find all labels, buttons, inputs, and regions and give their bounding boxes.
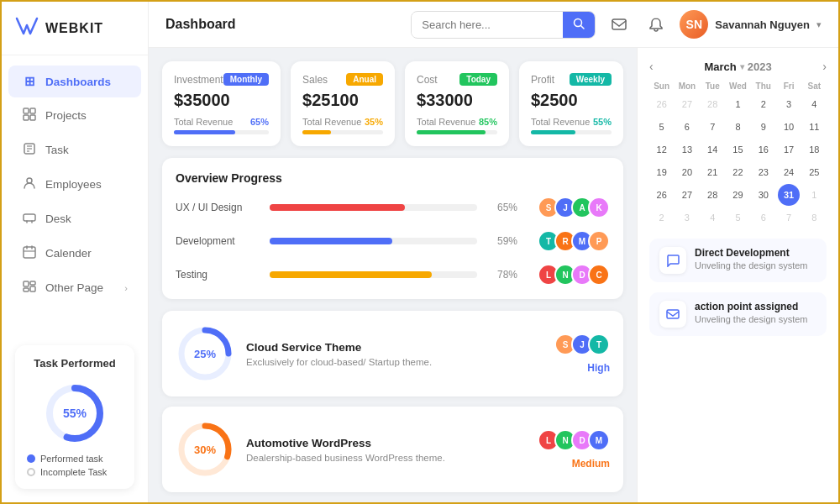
notif-card-direct: Direct Development Unveling the design s… (649, 239, 827, 282)
calendar: ‹ March ▾ 2023 › Sun Mon Tue Wed Thu Fri… (649, 60, 827, 228)
cal-day[interactable]: 10 (778, 116, 800, 138)
cal-day[interactable]: 1 (803, 184, 825, 206)
sidebar-bottom: Task Performed 55% Performed task Incomp… (2, 337, 148, 502)
cal-day[interactable]: 14 (701, 139, 723, 160)
search-button[interactable] (563, 12, 595, 38)
auto-donut: 30% (176, 420, 234, 479)
cal-day[interactable]: 4 (701, 207, 723, 228)
notif-mail-icon (659, 301, 686, 328)
cal-day[interactable]: 3 (778, 93, 800, 115)
cal-day[interactable]: 28 (701, 93, 723, 115)
cal-day[interactable]: 27 (676, 93, 698, 115)
cal-day[interactable]: 5 (727, 207, 748, 228)
projects-icon (22, 108, 37, 123)
sidebar-logo: WEBKIT (2, 2, 148, 55)
cal-day[interactable]: 24 (778, 161, 800, 183)
cal-day[interactable]: 21 (701, 161, 723, 183)
mail-icon[interactable] (606, 11, 633, 38)
progress-row-test: Testing 78% L N D C (176, 264, 610, 286)
cal-day[interactable]: 13 (676, 139, 698, 160)
avatars-dev: T R M P (538, 230, 610, 252)
sidebar-item-dashboards[interactable]: ⊞ Dashboards (8, 66, 141, 97)
cal-month-chevron: ▾ (740, 62, 744, 71)
sidebar-item-projects[interactable]: Projects (8, 99, 141, 132)
task-performed-card: Task Performed 55% Performed task Incomp… (15, 345, 134, 489)
avatar: P (588, 230, 610, 252)
progress-pct: 59% (487, 235, 517, 247)
cal-day[interactable]: 7 (701, 116, 723, 138)
cal-dow: Sat (802, 80, 827, 92)
cal-day[interactable]: 5 (651, 116, 673, 138)
cal-day[interactable]: 20 (676, 161, 698, 183)
service-card-auto: 30% Automotive WordPress Dealership-base… (162, 407, 623, 492)
cal-day[interactable]: 12 (651, 139, 673, 160)
cal-day[interactable]: 15 (727, 139, 748, 160)
cal-day[interactable]: 2 (753, 93, 774, 115)
sidebar-item-desk[interactable]: Desk (8, 202, 141, 235)
stat-sub: Total Revenue (302, 117, 361, 127)
svg-rect-10 (24, 247, 35, 258)
task-legend: Performed task Incomplete Task (27, 454, 123, 477)
app-name: WEBKIT (45, 21, 103, 36)
cal-day[interactable]: 1 (727, 93, 748, 115)
cal-prev-button[interactable]: ‹ (649, 60, 654, 73)
cal-day[interactable]: 26 (651, 184, 673, 206)
cal-day[interactable]: 26 (651, 93, 673, 115)
stat-cards: Investment Monthly $35000 Total Revenue … (162, 61, 623, 146)
progress-fill (270, 238, 392, 244)
cal-day-today[interactable]: 31 (778, 184, 800, 206)
cal-day[interactable]: 2 (651, 207, 673, 228)
cal-day[interactable]: 27 (676, 184, 698, 206)
cal-day[interactable]: 3 (676, 207, 698, 228)
cal-day[interactable]: 18 (803, 139, 825, 160)
stat-label: Cost (417, 74, 438, 86)
cal-day[interactable]: 28 (701, 184, 723, 206)
cal-day[interactable]: 22 (727, 161, 748, 183)
svg-rect-15 (24, 288, 29, 291)
cal-day[interactable]: 6 (676, 116, 698, 138)
logo-icon (15, 17, 39, 39)
cal-day[interactable]: 7 (778, 207, 800, 228)
sidebar-item-calender[interactable]: Calender (8, 237, 141, 270)
sidebar-item-employees[interactable]: Employees (8, 168, 141, 201)
incomplete-label: Incomplete Task (40, 467, 107, 477)
auto-pct: 30% (194, 444, 216, 456)
user-info[interactable]: SN Savannah Nguyen ▾ (680, 10, 822, 39)
stat-value: $25100 (302, 91, 383, 110)
user-name: Savannah Nguyen (715, 18, 810, 31)
svg-rect-2 (24, 115, 29, 120)
user-avatar: SN (680, 10, 708, 39)
cal-day[interactable]: 4 (803, 93, 825, 115)
cal-day[interactable]: 16 (753, 139, 774, 160)
sidebar-item-label: Employees (45, 178, 102, 191)
cal-day[interactable]: 29 (727, 184, 748, 206)
cal-day[interactable]: 9 (753, 116, 774, 138)
avatar: K (588, 197, 610, 218)
main-area: Dashboard SN Savannah Nguyen ▾ (149, 2, 838, 502)
cal-dow: Tue (701, 80, 725, 92)
cal-day[interactable]: 8 (803, 207, 825, 228)
cal-day[interactable]: 25 (803, 161, 825, 183)
cal-month: March (704, 60, 736, 73)
topbar: Dashboard SN Savannah Nguyen ▾ (149, 2, 838, 48)
cal-next-button[interactable]: › (822, 60, 827, 73)
cal-dow: Fri (776, 80, 801, 92)
cal-day[interactable]: 23 (753, 161, 774, 183)
task-card-title: Task Performed (27, 357, 123, 370)
cal-day[interactable]: 6 (753, 207, 774, 228)
cal-day[interactable]: 8 (727, 116, 748, 138)
cal-day[interactable]: 19 (651, 161, 673, 183)
performed-label: Performed task (40, 454, 103, 464)
sidebar-item-task[interactable]: Task (8, 134, 141, 166)
svg-rect-0 (24, 108, 29, 113)
cal-day[interactable]: 17 (778, 139, 800, 160)
stat-pct: 35% (365, 117, 383, 127)
cal-day[interactable]: 11 (803, 116, 825, 138)
stat-pct: 85% (479, 117, 497, 127)
page-title: Dashboard (165, 17, 236, 32)
search-input[interactable] (412, 13, 563, 37)
bell-icon[interactable] (643, 11, 669, 38)
sidebar-item-other[interactable]: Other Page › (8, 271, 141, 304)
employees-icon (22, 176, 37, 192)
cal-day[interactable]: 30 (753, 184, 774, 206)
